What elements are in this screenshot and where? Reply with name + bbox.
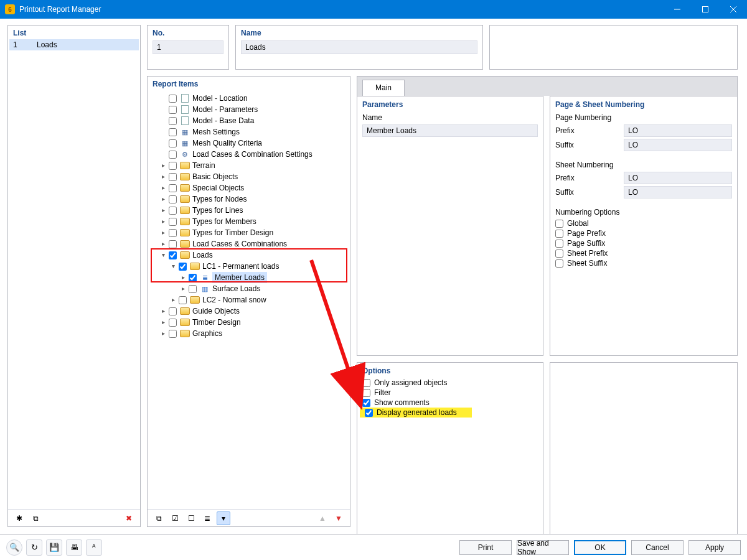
tree-item[interactable]: Guide Objects	[149, 306, 349, 317]
tree-checkbox[interactable]	[169, 106, 177, 114]
tree-item[interactable]: Loads	[149, 250, 349, 261]
tree-checkbox[interactable]	[169, 229, 177, 237]
tree-checkbox[interactable]	[169, 218, 177, 226]
show-comments-checkbox[interactable]	[362, 399, 370, 407]
close-button[interactable]	[719, 0, 747, 19]
tree-item[interactable]: ▥Surface Loads	[149, 283, 349, 294]
tree-checkbox[interactable]	[169, 128, 177, 136]
tree-checkbox[interactable]	[169, 307, 177, 315]
tree-check-all-button[interactable]: ☑	[168, 511, 182, 525]
tree-checkbox[interactable]	[169, 184, 177, 192]
tree-item[interactable]: Types for Lines	[149, 205, 349, 216]
tab-main[interactable]: Main	[362, 80, 405, 96]
expand-arrow[interactable]	[159, 317, 167, 328]
delete-button[interactable]: ✖	[122, 511, 136, 525]
expand-arrow[interactable]	[159, 194, 167, 205]
tree-checkbox[interactable]	[169, 240, 177, 248]
tree-item[interactable]: ▦Mesh Quality Criteria	[149, 138, 349, 149]
number-input[interactable]: 1	[153, 40, 223, 54]
new-item-button[interactable]: ✱	[12, 511, 26, 525]
tree-item[interactable]: Model - Base Data	[149, 115, 349, 126]
filter-checkbox[interactable]	[362, 389, 370, 397]
expand-arrow[interactable]	[159, 250, 167, 261]
name-input[interactable]: Loads	[241, 40, 477, 54]
tree-filter-button[interactable]: ▾	[217, 511, 230, 525]
minimize-button[interactable]	[663, 0, 691, 19]
expand-arrow[interactable]	[159, 182, 167, 194]
expand-arrow[interactable]	[169, 294, 177, 306]
tree-checkbox[interactable]	[169, 117, 177, 125]
expand-arrow[interactable]	[179, 272, 187, 283]
refresh-tool-icon[interactable]: ↻	[26, 539, 42, 556]
opt-page-prefix[interactable]: Page Prefix	[550, 228, 737, 238]
tree-checkbox[interactable]	[179, 296, 187, 304]
tree-checkbox[interactable]	[169, 139, 177, 147]
expand-arrow[interactable]	[159, 306, 167, 317]
page-suffix-input[interactable]: LO	[624, 139, 732, 151]
language-tool-icon[interactable]: ᴬ	[86, 539, 102, 556]
only-assigned-checkbox[interactable]	[362, 379, 370, 387]
tree-uncheck-all-button[interactable]: ☐	[184, 511, 198, 525]
apply-button[interactable]: Apply	[688, 540, 741, 555]
expand-arrow[interactable]	[179, 283, 187, 294]
tree-checkbox[interactable]	[169, 173, 177, 181]
tree-item[interactable]: Model - Parameters	[149, 104, 349, 115]
search-tool-icon[interactable]: 🔍	[6, 539, 22, 556]
tree-item[interactable]: Types for Nodes	[149, 194, 349, 205]
tree-item[interactable]: Types for Members	[149, 216, 349, 227]
tree-item[interactable]: Graphics	[149, 328, 349, 339]
tree-checkbox[interactable]	[169, 162, 177, 170]
tree-checkbox[interactable]	[169, 330, 177, 338]
tree-checkbox[interactable]	[169, 195, 177, 203]
tree-checkbox[interactable]	[169, 319, 177, 327]
save-and-show-button[interactable]: Save and Show	[517, 540, 569, 555]
tree-checkbox[interactable]	[189, 285, 197, 293]
tree-item[interactable]: Types for Timber Design	[149, 227, 349, 238]
print-tool-icon[interactable]: 🖶	[66, 539, 82, 556]
tree-checkbox[interactable]	[179, 263, 187, 271]
opt-sheet-suffix[interactable]: Sheet Suffix	[550, 258, 737, 268]
tree-item[interactable]: Model - Location	[149, 93, 349, 104]
expand-arrow[interactable]	[159, 171, 167, 182]
duplicate-button[interactable]: ⧉	[29, 511, 42, 525]
tree-checkbox[interactable]	[169, 251, 177, 259]
tree-checkbox[interactable]	[189, 274, 197, 282]
tree-item[interactable]: Timber Design	[149, 317, 349, 328]
param-name-value[interactable]: Member Loads	[362, 124, 538, 137]
tree-item[interactable]: ≣Member Loads	[149, 272, 349, 283]
tree-item[interactable]: LC1 - Permanent loads	[149, 261, 349, 272]
tree-item[interactable]: ▦Mesh Settings	[149, 126, 349, 138]
maximize-button[interactable]	[691, 0, 719, 19]
tree-checkbox[interactable]	[169, 207, 177, 215]
opt-sheet-prefix[interactable]: Sheet Prefix	[550, 248, 737, 258]
tree-item[interactable]: LC2 - Normal snow	[149, 294, 349, 306]
option-only-assigned[interactable]: Only assigned objects	[357, 378, 543, 388]
tree-checkbox[interactable]	[169, 95, 177, 103]
expand-arrow[interactable]	[159, 205, 167, 216]
report-items-tree[interactable]: Model - LocationModel - ParametersModel …	[148, 90, 350, 509]
tree-item[interactable]: Load Cases & Combinations	[149, 238, 349, 250]
tree-item[interactable]: Special Objects	[149, 182, 349, 194]
tree-list-button[interactable]: ≣	[200, 511, 214, 525]
list-row[interactable]: 1 Loads	[9, 39, 139, 50]
tree-up-button[interactable]: ▲	[316, 511, 329, 525]
page-prefix-input[interactable]: LO	[624, 124, 732, 137]
sheet-suffix-input[interactable]: LO	[624, 186, 732, 198]
option-display-generated[interactable]: Display generated loads	[360, 408, 472, 418]
opt-page-suffix[interactable]: Page Suffix	[550, 238, 737, 248]
sheet-prefix-input[interactable]: LO	[624, 172, 732, 184]
option-show-comments[interactable]: Show comments	[357, 398, 543, 408]
print-button[interactable]: Print	[459, 540, 512, 555]
save-tool-icon[interactable]: 💾	[46, 539, 62, 556]
expand-arrow[interactable]	[159, 238, 167, 250]
expand-arrow[interactable]	[159, 328, 167, 339]
opt-global[interactable]: Global	[550, 218, 737, 228]
tree-item[interactable]: Terrain	[149, 160, 349, 171]
expand-arrow[interactable]	[169, 261, 177, 272]
ok-button[interactable]: OK	[574, 540, 626, 555]
expand-arrow[interactable]	[159, 160, 167, 171]
cancel-button[interactable]: Cancel	[631, 540, 684, 555]
expand-arrow[interactable]	[159, 227, 167, 238]
expand-arrow[interactable]	[159, 216, 167, 227]
tree-down-button[interactable]: ▼	[332, 511, 345, 525]
